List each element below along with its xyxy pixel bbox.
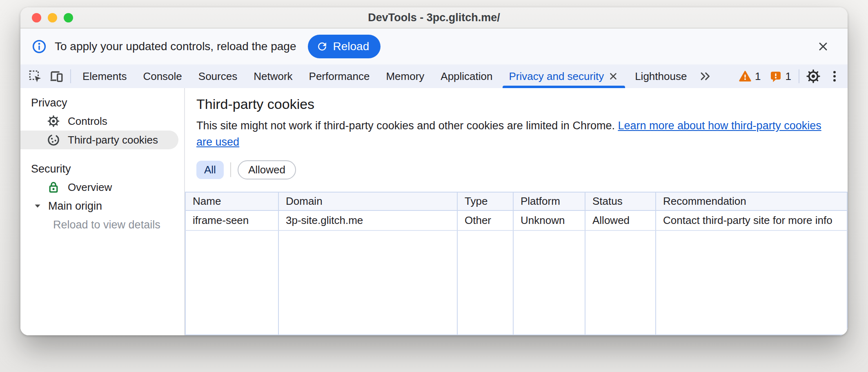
sidebar-item-controls[interactable]: Controls <box>20 112 184 131</box>
sidebar-item-overview[interactable]: Overview <box>20 178 184 197</box>
reload-infobar: To apply your updated controls, reload t… <box>20 29 848 64</box>
description-text: This site might not work if third-party … <box>196 120 618 132</box>
sidebar-item-label: Overview <box>68 181 112 194</box>
tab-label: Network <box>254 70 292 83</box>
cookie-icon <box>47 133 60 147</box>
close-window-button[interactable] <box>32 13 41 22</box>
table-cell-platform[interactable]: Unknown <box>514 211 585 231</box>
traffic-lights <box>32 7 73 28</box>
filter-chips: All Allowed <box>196 160 836 179</box>
column-header-recommendation: Recommendation <box>656 192 848 211</box>
gear-icon <box>806 69 821 84</box>
tab-label: Performance <box>309 70 370 83</box>
tab-memory[interactable]: Memory <box>378 64 432 88</box>
devtools-toolbar: Elements Console Sources Network Perform… <box>20 64 848 88</box>
filter-all-chip[interactable]: All <box>196 161 224 179</box>
minimize-window-button[interactable] <box>48 13 57 22</box>
more-tabs-button[interactable] <box>695 64 716 88</box>
table-cell-status[interactable]: Allowed <box>585 211 656 231</box>
chip-divider <box>230 162 231 177</box>
privacy-sidebar: Privacy Controls Third-party cookies Sec… <box>20 88 185 335</box>
tab-label: Lighthouse <box>635 70 687 83</box>
zoom-window-button[interactable] <box>64 13 73 22</box>
settings-button[interactable] <box>803 64 824 88</box>
table-cell-type[interactable]: Other <box>458 211 514 231</box>
tab-application[interactable]: Application <box>432 64 501 88</box>
device-toolbar-button[interactable] <box>46 64 67 88</box>
reload-to-view-details-note: Reload to view details <box>20 215 184 234</box>
column-header-status: Status <box>585 192 656 211</box>
filter-allowed-chip[interactable]: Allowed <box>238 160 296 179</box>
column-header-platform: Platform <box>514 192 585 211</box>
column-header-type: Type <box>458 192 514 211</box>
close-tab-icon[interactable] <box>608 71 619 82</box>
page-title: Third-party cookies <box>196 95 836 113</box>
kebab-menu-icon <box>828 69 841 83</box>
tab-elements[interactable]: Elements <box>74 64 135 88</box>
page-description: This site might not work if third-party … <box>196 117 836 150</box>
window-title: DevTools - 3pc.glitch.me/ <box>368 11 500 24</box>
table-filler-cell <box>656 231 848 335</box>
devtools-window: DevTools - 3pc.glitch.me/ To apply your … <box>20 7 848 335</box>
tab-performance[interactable]: Performance <box>301 64 378 88</box>
double-chevron-right-icon <box>699 69 712 83</box>
sidebar-section-security: Security <box>20 160 184 178</box>
column-header-name: Name <box>185 192 279 211</box>
issue-count: 1 <box>786 70 791 83</box>
third-party-cookies-panel: Third-party cookies This site might not … <box>185 88 848 335</box>
table-filler-cell <box>458 231 514 335</box>
table-cell-domain[interactable]: 3p-site.glitch.me <box>279 211 458 231</box>
sidebar-item-third-party-cookies[interactable]: Third-party cookies <box>20 131 178 149</box>
table-cell-recommendation[interactable]: Contact third-party site for more info <box>656 211 848 231</box>
reload-button-label: Reload <box>333 40 369 53</box>
warnings-badge[interactable]: 1 <box>734 64 765 88</box>
issues-icon <box>769 70 782 83</box>
expander-triangle-icon <box>33 201 42 211</box>
tab-label: Privacy and security <box>509 70 604 83</box>
tab-lighthouse[interactable]: Lighthouse <box>627 64 695 88</box>
titlebar: DevTools - 3pc.glitch.me/ <box>20 7 848 29</box>
sidebar-item-main-origin[interactable]: Main origin <box>20 197 184 215</box>
tab-sources[interactable]: Sources <box>190 64 245 88</box>
tab-privacy-and-security[interactable]: Privacy and security <box>501 64 627 88</box>
toolbar-divider <box>70 69 71 83</box>
tab-label: Console <box>143 70 182 83</box>
warning-count: 1 <box>755 70 761 83</box>
tab-console[interactable]: Console <box>135 64 190 88</box>
reload-icon <box>316 40 328 53</box>
table-filler-cell <box>279 231 458 335</box>
more-options-button[interactable] <box>824 64 845 88</box>
info-icon <box>32 39 47 54</box>
toolbar-divider <box>799 69 799 83</box>
tab-label: Sources <box>198 70 237 83</box>
tab-label: Application <box>441 70 492 83</box>
inspect-cursor-icon <box>28 69 42 84</box>
table-filler-cell <box>514 231 585 335</box>
device-toolbar-icon <box>49 69 64 84</box>
reload-button[interactable]: Reload <box>308 35 381 58</box>
sidebar-item-label: Third-party cookies <box>68 134 158 146</box>
table-filler-cell <box>585 231 656 335</box>
issues-badge[interactable]: 1 <box>765 64 795 88</box>
tab-label: Elements <box>82 70 127 83</box>
inspect-element-button[interactable] <box>24 64 46 88</box>
tab-network[interactable]: Network <box>245 64 300 88</box>
gear-icon <box>47 114 60 128</box>
lock-icon <box>47 180 60 194</box>
warning-triangle-icon <box>739 70 752 83</box>
cookies-table: Name Domain Type Platform Status Recomme… <box>185 192 848 335</box>
table-filler-cell <box>185 231 279 335</box>
table-cell-name[interactable]: iframe-seen <box>185 211 279 231</box>
panel-content: Privacy Controls Third-party cookies Sec… <box>20 88 848 335</box>
close-infobar-button[interactable] <box>815 38 831 55</box>
column-header-domain: Domain <box>279 192 458 211</box>
tab-label: Memory <box>386 70 424 83</box>
sidebar-item-label: Main origin <box>48 200 102 213</box>
sidebar-item-label: Controls <box>68 115 107 128</box>
sidebar-section-privacy: Privacy <box>20 94 184 112</box>
infobar-message: To apply your updated controls, reload t… <box>55 40 296 53</box>
